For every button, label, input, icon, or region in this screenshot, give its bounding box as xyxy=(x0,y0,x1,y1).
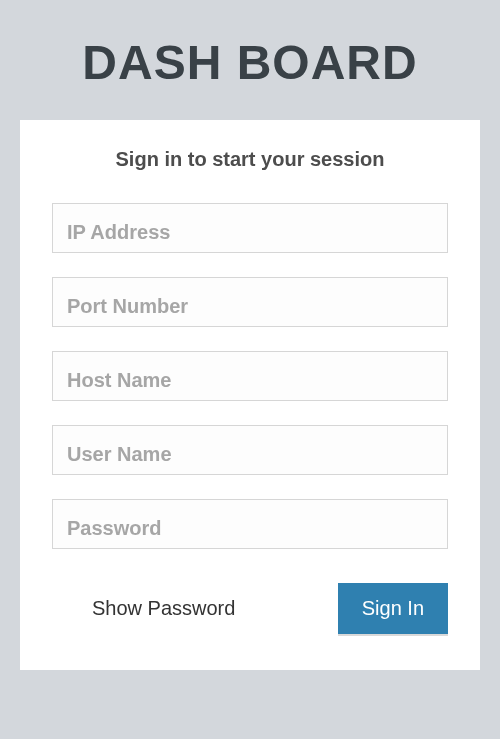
host-name-input[interactable] xyxy=(52,351,448,401)
login-heading: Sign in to start your session xyxy=(52,148,448,171)
login-card: Sign in to start your session Show Passw… xyxy=(20,120,480,670)
page-title: DASH BOARD xyxy=(0,0,500,120)
signin-button[interactable]: Sign In xyxy=(338,583,448,634)
port-number-input[interactable] xyxy=(52,277,448,327)
ip-address-input[interactable] xyxy=(52,203,448,253)
password-input[interactable] xyxy=(52,499,448,549)
user-name-input[interactable] xyxy=(52,425,448,475)
show-password-toggle[interactable]: Show Password xyxy=(52,597,235,620)
actions-row: Show Password Sign In xyxy=(52,583,448,634)
